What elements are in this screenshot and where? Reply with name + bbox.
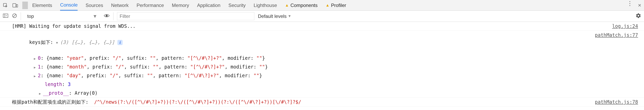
chevron-down-icon: ▼ — [92, 13, 97, 19]
svg-point-8 — [106, 15, 108, 16]
expand-toggle-icon[interactable] — [34, 55, 38, 62]
separator — [113, 12, 114, 20]
tab-elements[interactable]: Elements — [32, 0, 52, 10]
svg-rect-2 — [16, 4, 18, 7]
object-item: 2: {name: "day", prefix: "/", suffix: ""… — [0, 71, 644, 80]
filter-input[interactable] — [117, 12, 254, 20]
live-expression-icon[interactable] — [104, 13, 110, 19]
source-link[interactable]: pathMatch.js:77 — [595, 32, 638, 39]
tab-security[interactable]: Security — [228, 0, 246, 10]
array-summary-count: (3) — [60, 39, 68, 45]
tab-list: Elements Console Sources Network Perform… — [32, 0, 346, 10]
expand-toggle-icon[interactable] — [56, 39, 60, 46]
console-toolbar: top ▼ Default levels ▼ — [0, 11, 644, 22]
console-settings-icon[interactable] — [636, 13, 641, 20]
console-log-area: [HMR] Waiting for update signal from WDS… — [0, 22, 644, 107]
log-label: keys如下: — [29, 39, 56, 45]
expand-toggle-icon[interactable] — [39, 90, 43, 97]
close-devtools-icon[interactable]: × — [638, 2, 641, 8]
tab-components[interactable]: ▲Components — [285, 0, 318, 10]
array-summary: [{…}, {…}, {…}] — [72, 39, 115, 45]
tab-application[interactable]: Application — [197, 0, 220, 10]
log-label: 根据path和配置项生成的正则如下: — [12, 99, 94, 105]
tab-profiler[interactable]: ▲Profiler — [326, 0, 346, 10]
log-entry: keys如下: (3) [{…}, {…}, {…}] i pathMatch.… — [0, 31, 644, 54]
tab-sources[interactable]: Sources — [86, 0, 103, 10]
inspect-icon[interactable] — [3, 3, 8, 8]
device-toolbar-icon[interactable] — [12, 3, 18, 8]
svg-rect-3 — [3, 14, 8, 17]
tab-performance[interactable]: Performance — [136, 0, 164, 10]
svg-rect-1 — [13, 3, 16, 7]
chevron-down-icon: ▼ — [288, 14, 291, 18]
svg-line-7 — [13, 14, 16, 17]
source-link[interactable]: log.js:24 — [612, 23, 638, 30]
source-link[interactable]: pathMatch.js:78 — [595, 99, 638, 106]
separator — [21, 12, 21, 20]
separator — [22, 1, 28, 9]
info-icon[interactable]: i — [118, 40, 122, 45]
expand-toggle-icon[interactable] — [34, 72, 38, 79]
svg-marker-5 — [6, 15, 7, 16]
warning-icon: ▲ — [326, 3, 330, 7]
clear-console-icon[interactable] — [12, 13, 17, 19]
console-sidebar-toggle-icon[interactable] — [3, 13, 8, 19]
tab-network[interactable]: Network — [111, 0, 128, 10]
log-text: [HMR] Waiting for update signal from WDS… — [12, 23, 136, 29]
warning-icon: ▲ — [285, 3, 289, 7]
log-entry: [HMR] Waiting for update signal from WDS… — [0, 22, 644, 31]
log-entry: 根据path和配置项生成的正则如下: /^\/news(?:\/([^\/#\?… — [0, 98, 644, 107]
more-tabs-icon[interactable]: ⋮ — [627, 2, 633, 8]
regex-value: /^\/news(?:\/([^\/#\?]+?))(?:\/([^\/#\?]… — [94, 99, 301, 105]
object-item: 1: {name: "month", prefix: "/", suffix: … — [0, 63, 644, 71]
devtools-tabbar: Elements Console Sources Network Perform… — [0, 0, 644, 11]
object-property: __proto__: Array(0) — [0, 89, 644, 98]
object-property: length: 3 — [0, 80, 644, 89]
context-selector[interactable]: top ▼ — [24, 12, 100, 20]
object-item: 0: {name: "year", prefix: "/", suffix: "… — [0, 54, 644, 63]
tab-lighthouse[interactable]: Lighthouse — [254, 0, 277, 10]
log-levels-selector[interactable]: Default levels ▼ — [258, 13, 291, 19]
tab-memory[interactable]: Memory — [172, 0, 189, 10]
tab-console[interactable]: Console — [60, 0, 78, 10]
expand-toggle-icon[interactable] — [34, 63, 38, 71]
